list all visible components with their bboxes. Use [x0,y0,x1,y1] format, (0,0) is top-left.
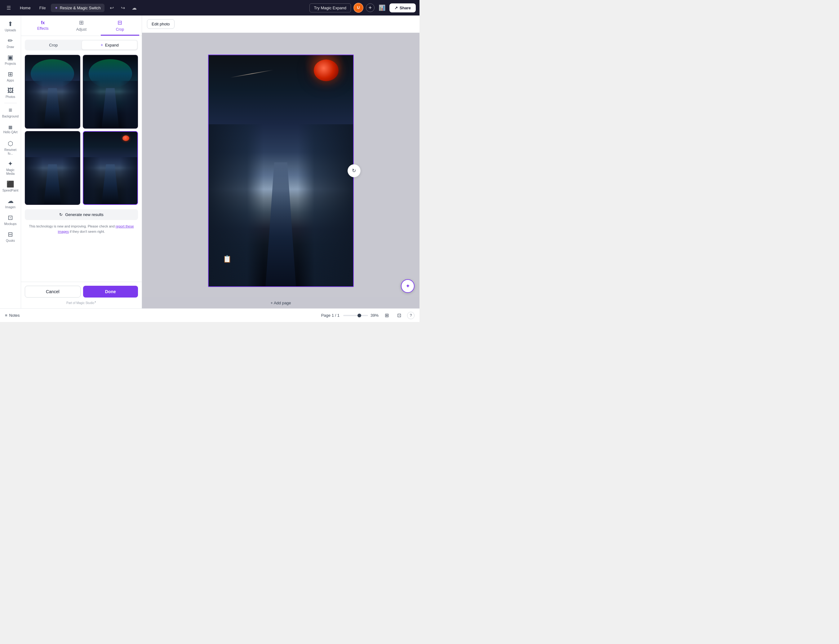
grid-view-button[interactable]: ⊞ [382,311,391,320]
resize-magic-switch-button[interactable]: ✦ Resize & Magic Switch [51,4,104,12]
magic-expand-float-button[interactable]: ✦ [401,279,415,293]
done-button[interactable]: Done [83,286,138,297]
canvas-sticker: 📋 [223,255,231,263]
sidebar-item-apps[interactable]: ⊞ Apps [1,68,20,84]
sidebar-item-label: Magic Media [2,168,19,176]
sidebar-item-label: Hello QArt [3,130,17,134]
thumb-scene-2 [84,56,138,128]
thumb-water-4 [100,164,121,204]
tab-crop[interactable]: ⊟ Crop [101,15,139,36]
magic-studio-tag: Part of Magic Studio✦ [25,301,138,305]
sidebar-item-label: Uploads [5,28,16,32]
thumb-water-2 [100,88,121,128]
edit-photo-button[interactable]: Edit photo [147,19,174,29]
sidebar-item-imagen[interactable]: ☁ Imagen [1,195,20,211]
uploads-icon: ⬆ [8,20,13,28]
sidebar-item-projects[interactable]: ▣ Projects [1,51,20,67]
sidebar-item-label: Mockups [4,222,16,226]
canvas-refresh-button[interactable]: ↻ [347,164,360,177]
sidebar-item-background[interactable]: ≡ Background [1,104,20,120]
sidebar-item-speedpaint[interactable]: ⬛ SpeedPaint [1,178,20,194]
thumb-canvas-3 [25,132,80,204]
thumb-canvas-4 [84,132,138,204]
mockups-icon: ⊡ [8,214,13,221]
apps-icon: ⊞ [8,71,13,78]
canvas-container: 📋 ↻ [208,54,354,287]
main-content: ⬆ Uploads ✏ Draw ▣ Projects ⊞ Apps 🖼 Pho… [0,15,420,308]
sidebar-item-uploads[interactable]: ⬆ Uploads [1,18,20,34]
menu-button[interactable]: ☰ [4,3,14,13]
nav-home[interactable]: Home [16,4,35,12]
crop-toggle-btn[interactable]: Crop [26,41,81,49]
sidebar-item-hello-qart[interactable]: ▦ Hello QArt [1,121,20,137]
add-page-bar: + Add page [142,297,420,308]
sidebar-item-photos[interactable]: 🖼 Photos [1,85,20,101]
expand-toggle-btn[interactable]: ✦ Expand [82,41,137,49]
notes-icon: ≡ [5,313,7,318]
sidebar-item-resvinet[interactable]: ⬡ Resvinet fo... [1,138,20,158]
zoom-slider[interactable] [343,315,368,316]
tree-left [209,124,263,286]
add-account-button[interactable]: + [366,3,375,12]
add-page-button[interactable]: + Add page [270,301,291,305]
thumbnail-grid [25,55,138,205]
magic-media-icon: ✦ [8,160,13,168]
resvinet-icon: ⬡ [8,140,13,147]
thumb-trees-l-4 [84,157,101,204]
nav-file[interactable]: File [36,4,49,12]
quuks-icon: ⊟ [8,231,13,238]
topbar: ☰ Home File ✦ Resize & Magic Switch ↩ ↪ … [0,0,420,15]
crop-tab-icon: ⊟ [117,19,122,26]
share-button[interactable]: ↗ Share [390,3,416,12]
sidebar-item-magic-media[interactable]: ✦ Magic Media [1,158,20,177]
try-magic-expand-button[interactable]: Try Magic Expand [309,3,351,12]
red-planet [314,59,339,81]
sidebar-item-label: Background [2,115,19,118]
sidebar-item-mockups[interactable]: ⊡ Mockups [1,212,20,228]
sidebar-item-label: Resvinet fo... [2,148,19,156]
help-button[interactable]: ? [407,312,415,319]
undo-button[interactable]: ↩ [107,3,117,13]
adjust-tab-icon: ⊞ [79,19,84,26]
redo-button[interactable]: ↪ [118,3,128,13]
stats-button[interactable]: 📊 [377,3,387,13]
cancel-button[interactable]: Cancel [25,286,81,297]
thumb-trees-r-4 [120,157,137,204]
sidebar-item-label: Photos [6,95,15,99]
sidebar-item-label: SpeedPaint [2,189,19,192]
footer-buttons: Cancel Done [25,286,138,297]
thumb-scene-1 [25,56,80,128]
thumb-trees-r-3 [63,157,80,204]
tool-tabs: fx Effects ⊞ Adjust ⊟ Crop [21,15,142,36]
bottom-bar: ≡ Notes Page 1 / 1 39% ⊞ ⊡ ? [0,308,420,322]
sidebar-item-quuks[interactable]: ⊟ Quuks [1,228,20,245]
notes-button[interactable]: ≡ Notes [5,313,20,318]
adjust-tab-label: Adjust [76,27,87,31]
page-indicator: Page 1 / 1 [321,313,339,318]
generate-new-results-button[interactable]: ↻ Generate new results [25,209,138,220]
user-avatar[interactable]: U [354,3,364,13]
thumb-trees-r-2 [120,81,137,128]
thumb-scene-4 [84,132,138,204]
grid-icon: ⊞ [385,312,389,318]
tab-effects[interactable]: fx Effects [23,15,62,36]
hello-qart-icon: ▦ [8,125,12,130]
thumb-trees-l-1 [25,81,43,128]
tab-adjust[interactable]: ⊞ Adjust [62,15,100,36]
draw-icon: ✏ [8,37,13,44]
crop-tab-label: Crop [116,27,124,31]
sidebar-divider [4,103,17,103]
fullscreen-button[interactable]: ⊡ [395,311,403,320]
thumb-item-4[interactable] [83,131,138,205]
icon-sidebar: ⬆ Uploads ✏ Draw ▣ Projects ⊞ Apps 🖼 Pho… [0,15,21,308]
refresh-icon: ↻ [352,168,356,174]
magic-studio-super: ✦ [94,301,96,303]
thumb-item-3[interactable] [25,131,80,205]
tool-footer: Cancel Done Part of Magic Studio✦ [21,282,142,308]
background-icon: ≡ [9,107,12,114]
sidebar-item-draw[interactable]: ✏ Draw [1,35,20,51]
thumb-item-1[interactable] [25,55,80,129]
edit-photo-bar: Edit photo [142,15,420,33]
cloud-save-button[interactable]: ☁ [129,3,139,13]
thumb-item-2[interactable] [83,55,138,129]
